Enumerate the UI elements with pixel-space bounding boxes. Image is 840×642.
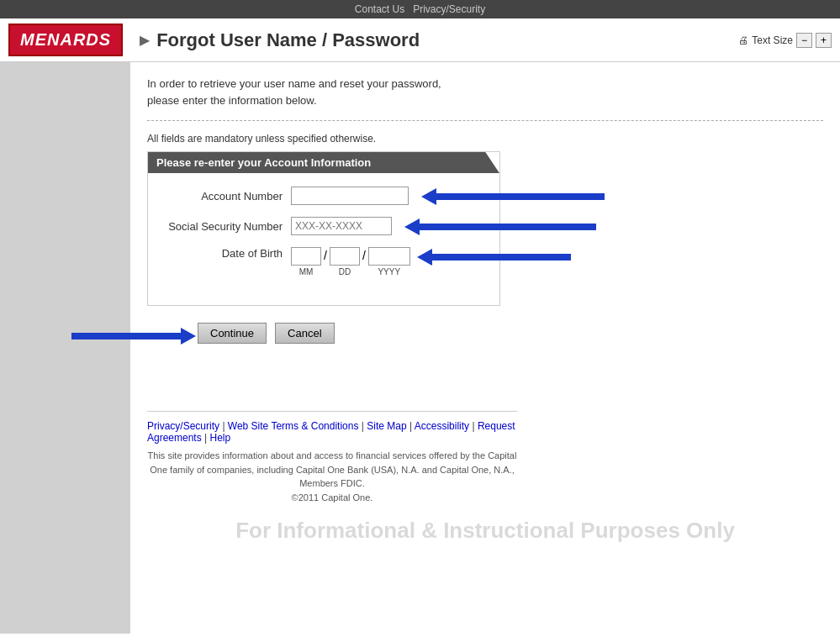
dob-slash-1: / — [323, 249, 328, 276]
continue-button[interactable]: Continue — [198, 323, 267, 344]
account-number-input[interactable] — [291, 187, 409, 205]
footer-accessibility-link[interactable]: Accessibility — [415, 420, 469, 432]
text-size-increase-button[interactable]: + — [816, 33, 832, 48]
dob-yyyy-input[interactable] — [368, 247, 410, 266]
dob-slash-2: / — [362, 249, 367, 276]
arrow-ssn — [404, 218, 596, 235]
buttons-row: Continue Cancel — [156, 323, 823, 344]
arrow-account — [421, 188, 605, 205]
dob-label: Date of Birth — [156, 247, 291, 260]
dob-dd-wrap: DD — [330, 247, 360, 276]
dob-inputs: MM / DD / YYYY — [291, 247, 410, 276]
page-title: Forgot User Name / Password — [156, 29, 420, 51]
dob-mm-input[interactable] — [291, 247, 321, 266]
dob-yyyy-label: YYYY — [378, 267, 400, 276]
dob-dd-input[interactable] — [330, 247, 360, 266]
ssn-label: Social Security Number — [156, 220, 291, 233]
account-number-row: Account Number — [156, 187, 491, 205]
arrow-continue — [71, 328, 196, 345]
footer-help-link[interactable]: Help — [210, 432, 231, 444]
separator — [147, 120, 823, 121]
breadcrumb-arrow: ▶ — [140, 32, 150, 48]
footer-disclaimer: This site provides information about and… — [147, 449, 517, 504]
watermark: For Informational & Instructional Purpos… — [147, 518, 823, 544]
spacer — [147, 360, 823, 411]
arrow-dob — [417, 249, 571, 266]
mandatory-note: All fields are mandatory unless specifie… — [147, 133, 823, 145]
footer: Privacy/Security | Web Site Terms & Cond… — [147, 411, 517, 509]
footer-sitemap-link[interactable]: Site Map — [367, 420, 406, 432]
sidebar — [0, 62, 130, 634]
section-header: Please re-enter your Account Information — [148, 152, 499, 173]
text-size-decrease-button[interactable]: − — [796, 33, 812, 48]
text-size-controls: 🖨 Text Size − + — [738, 33, 832, 48]
top-nav-bar: Contact Us Privacy/Security — [0, 0, 840, 18]
privacy-security-link[interactable]: Privacy/Security — [413, 3, 485, 15]
page-title-area: ▶ Forgot User Name / Password — [140, 29, 420, 51]
printer-icon: 🖨 — [738, 34, 748, 46]
footer-links: Privacy/Security | Web Site Terms & Cond… — [147, 420, 517, 444]
intro-text: In order to retrieve your user name and … — [147, 76, 823, 108]
menards-logo: MENARDS — [8, 24, 123, 56]
dob-mm-wrap: MM — [291, 247, 321, 276]
ssn-input[interactable] — [291, 217, 392, 235]
logo-area: MENARDS ▶ Forgot User Name / Password — [8, 24, 420, 56]
dob-mm-label: MM — [299, 267, 314, 276]
contact-us-link[interactable]: Contact Us — [355, 3, 404, 15]
ssn-row: Social Security Number — [156, 217, 491, 235]
dob-yyyy-wrap: YYYY — [368, 247, 410, 276]
cancel-button[interactable]: Cancel — [275, 323, 334, 344]
section-body: Account Number Social Security Number — [148, 173, 499, 305]
dob-dd-label: DD — [339, 267, 351, 276]
text-size-label: Text Size — [752, 34, 793, 46]
account-info-section: Please re-enter your Account Information… — [147, 151, 500, 306]
account-number-label: Account Number — [156, 190, 291, 203]
content-area: In order to retrieve your user name and … — [130, 62, 840, 634]
page-header: MENARDS ▶ Forgot User Name / Password 🖨 … — [0, 18, 840, 62]
main-wrapper: In order to retrieve your user name and … — [0, 62, 840, 634]
dob-row: Date of Birth MM / DD / — [156, 247, 491, 276]
footer-terms-link[interactable]: Web Site Terms & Conditions — [228, 420, 359, 432]
footer-privacy-link[interactable]: Privacy/Security — [147, 420, 219, 432]
